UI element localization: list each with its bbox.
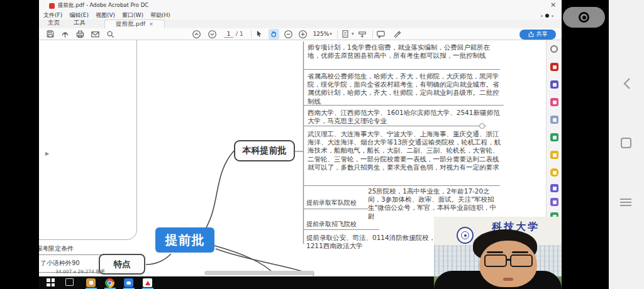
node-tedian: 特点	[99, 254, 145, 275]
share-box-arrow-icon	[528, 31, 534, 37]
app-icon-messenger[interactable]	[124, 278, 133, 287]
combine-files-icon[interactable]	[550, 133, 558, 141]
screen-record-indicator[interactable]	[563, 7, 605, 28]
acrobat-taskbar-icon[interactable]	[143, 278, 152, 287]
underline-jundui	[304, 209, 368, 209]
fill-sign-icon[interactable]	[550, 151, 558, 159]
presenter-eyebrow	[512, 251, 528, 253]
collapse-handle-icon[interactable]	[479, 123, 485, 129]
block-shengshu-gongfei: 省属高校公费师范生，哈师大，齐大，牡师院，大庆师范，黑河学院，绥化学院，面向全省…	[308, 72, 502, 106]
search-icon[interactable]	[105, 29, 116, 40]
underline-b2	[304, 105, 504, 106]
node-root-label: 提前批	[165, 232, 205, 249]
email-icon[interactable]	[90, 29, 101, 40]
presenter-glasses	[484, 254, 507, 267]
home-icon[interactable]	[621, 138, 631, 148]
overflow-dots-icon[interactable]	[541, 14, 553, 18]
recents-icon[interactable]	[620, 199, 631, 206]
block-hanghai: 武汉理工、大连海事大学、宁波大学、上海海事、重庆交通、浙江海洋、大连海洋、烟台大…	[308, 130, 501, 172]
underline-b3	[304, 126, 486, 126]
block-makesi: 西南大学、江西师范大学、1601哈尔滨师范大学、2541新疆师范大学，马克思主义…	[308, 109, 502, 125]
previous-page-icon[interactable]	[191, 29, 202, 40]
zoom-out-icon[interactable]	[283, 29, 294, 40]
tab-close-icon[interactable]: ×	[149, 21, 153, 27]
request-signatures-icon[interactable]	[550, 116, 558, 124]
start-button-icon[interactable]	[47, 278, 55, 286]
next-page-icon[interactable]	[207, 29, 218, 40]
window-title: 提前批.pdf - Adobe Acrobat Pro DC	[58, 2, 148, 9]
page-fit-icon[interactable]	[340, 29, 351, 40]
presenter-glasses-bridge	[506, 259, 511, 261]
node-benke: 本科提前批	[234, 140, 295, 161]
node-benke-label: 本科提前批	[243, 145, 287, 156]
android-nav-bar	[609, 0, 644, 289]
scroll-left-hint[interactable]: <	[101, 268, 105, 273]
tab-home[interactable]: 主页	[48, 19, 60, 27]
share-button-label: 共享	[536, 30, 548, 38]
tab-tools[interactable]: 工具	[74, 19, 86, 27]
organize-pages-icon[interactable]	[550, 98, 558, 106]
save-icon[interactable]	[45, 29, 55, 40]
letterbox-left	[0, 0, 39, 289]
zoom-caret-icon[interactable]: ▾	[330, 31, 332, 36]
window-close-button[interactable]: ×	[550, 1, 556, 9]
stamp-icon[interactable]	[550, 198, 558, 206]
tab-bar: 主页 工具 提前批.pdf ×	[39, 19, 562, 28]
page-number-input[interactable]: 1	[224, 31, 233, 38]
task-view-icon[interactable]	[65, 278, 74, 286]
left-note-text: 报考限定条件	[39, 244, 74, 253]
back-icon[interactable]	[623, 77, 631, 90]
app-icon-whiteboard[interactable]	[86, 278, 96, 287]
chrome-icon[interactable]	[105, 278, 114, 288]
page-fit-caret-icon[interactable]: ▾	[352, 31, 354, 36]
upload-share-icon[interactable]	[60, 29, 70, 40]
highlighter-icon[interactable]	[391, 29, 402, 40]
share-button[interactable]: 共享	[519, 30, 556, 40]
node-tedian-label: 特点	[114, 259, 131, 270]
block-jundui-detail: 25所院校，1高中毕业生，2年龄17-20之间，3参加体检、政审、面试。关注"军…	[368, 187, 502, 221]
label-zhaofei: 提前录取招飞院校	[306, 220, 357, 229]
zoom-in-icon[interactable]	[297, 29, 308, 40]
title-bar: 提前批.pdf - Adobe Acrobat Pro DC ×	[39, 0, 562, 11]
page-total-label: / 1	[236, 31, 243, 37]
letterbox-right	[562, 0, 609, 289]
menu-view[interactable]: 视图(V)	[96, 11, 115, 19]
menu-bar: 文件(F) 编辑(E) 视图(V) 窗口(W) 帮助(H)	[39, 11, 562, 19]
certificates-icon[interactable]	[550, 184, 558, 192]
tab-document[interactable]: 提前批.pdf ×	[104, 19, 165, 28]
search-tools-icon[interactable]	[550, 45, 558, 53]
main-toolbar: 1 / 1 125% ▾ ▾ 共享	[39, 28, 562, 40]
presenter-glasses	[510, 254, 533, 267]
menu-window[interactable]: 窗口(W)	[122, 11, 143, 19]
menu-help[interactable]: 帮助(H)	[150, 11, 170, 19]
acrobat-app-icon	[49, 3, 55, 9]
zoom-level-value[interactable]: 125%	[313, 31, 330, 37]
left-box-text: 了小语种外90	[40, 259, 80, 268]
print-icon[interactable]	[75, 29, 86, 40]
page-size-indicator: 34.007 x 29.274 厘米	[55, 269, 105, 275]
presenter-mouth	[503, 278, 513, 281]
block-gongfei-guojia: 师专项计划，1免学费住宿费，就业落实编制，公费回户籍所在地，优师去原贫困县初高中…	[308, 43, 500, 60]
block-gongan: 提前录取公安、司法、0114消防救援院校，1211西南政法大学	[306, 234, 440, 250]
edit-pdf-icon[interactable]	[550, 80, 558, 89]
node-root: 提前批	[155, 227, 214, 253]
comment-tool-icon[interactable]	[550, 168, 558, 177]
underline-b4	[304, 185, 500, 186]
record-icon	[579, 12, 589, 23]
university-logo	[457, 227, 474, 244]
comment-icon[interactable]	[375, 29, 386, 40]
presenter-eyebrow	[487, 251, 503, 253]
label-jundui: 提前录取军队院校	[306, 199, 357, 207]
fit-width-icon[interactable]	[357, 29, 367, 40]
tab-document-label: 提前批.pdf	[116, 20, 145, 28]
select-tool-icon[interactable]	[254, 29, 265, 40]
underline-b1	[304, 69, 500, 70]
presenter-webcam[interactable]: 科技大学	[434, 217, 562, 289]
export-pdf-icon[interactable]	[550, 63, 558, 71]
horizontal-scrollbar-thumb[interactable]	[204, 271, 314, 275]
underline-zhaofei	[304, 229, 379, 230]
hand-tool-icon[interactable]	[269, 29, 279, 40]
